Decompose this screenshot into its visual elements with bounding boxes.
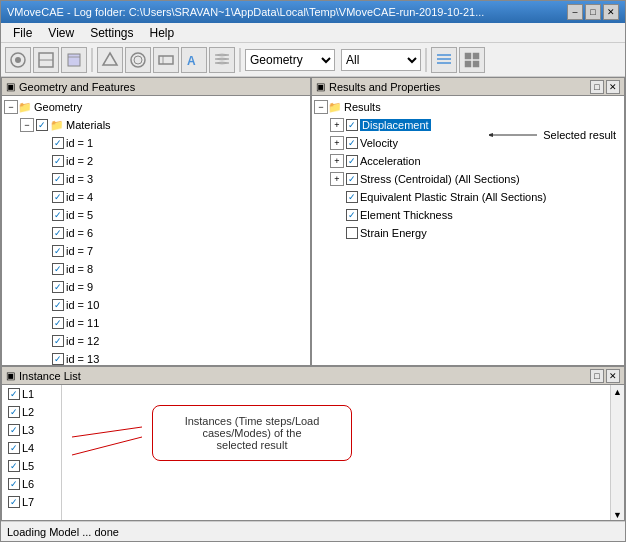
tree-expand-materials[interactable]: − — [20, 118, 34, 132]
svg-marker-6 — [103, 53, 117, 65]
toolbar-btn-2[interactable] — [33, 47, 59, 73]
right-scrollbar[interactable]: ▲ ▼ — [610, 385, 624, 520]
tree-id-8[interactable]: id = 9 — [4, 278, 308, 296]
instance-checkbox-4[interactable] — [8, 460, 20, 472]
instance-checkbox-0[interactable] — [8, 388, 20, 400]
checkbox-id-8[interactable] — [52, 281, 64, 293]
acceleration-label: Acceleration — [360, 155, 421, 167]
instance-checkbox-6[interactable] — [8, 496, 20, 508]
toolbar-btn-7[interactable]: A — [181, 47, 207, 73]
checkbox-id-3[interactable] — [52, 191, 64, 203]
right-panel-ctrl-2[interactable]: ✕ — [606, 80, 620, 94]
checkbox-id-11[interactable] — [52, 335, 64, 347]
close-button[interactable]: ✕ — [603, 4, 619, 20]
checkbox-id-2[interactable] — [52, 173, 64, 185]
bottom-panel-ctrl-2[interactable]: ✕ — [606, 369, 620, 383]
selected-result-label: Selected result — [543, 129, 616, 141]
instance-item-2[interactable]: L3 — [2, 421, 61, 439]
right-panel-ctrl-1[interactable]: □ — [590, 80, 604, 94]
instance-item-0[interactable]: L1 — [2, 385, 61, 403]
tree-acceleration[interactable]: + Acceleration — [314, 152, 622, 170]
tree-materials[interactable]: − 📁 Materials — [4, 116, 308, 134]
instance-item-3[interactable]: L4 — [2, 439, 61, 457]
toolbar-btn-lines[interactable] — [431, 47, 457, 73]
tree-id-2[interactable]: id = 3 — [4, 170, 308, 188]
instance-checkbox-1[interactable] — [8, 406, 20, 418]
tree-root-geometry[interactable]: − 📁 Geometry — [4, 98, 308, 116]
tree-id-4[interactable]: id = 5 — [4, 206, 308, 224]
tree-expand-stress[interactable]: + — [330, 172, 344, 186]
checkbox-id-10[interactable] — [52, 317, 64, 329]
tree-expand-velocity[interactable]: + — [330, 136, 344, 150]
tree-id-5[interactable]: id = 6 — [4, 224, 308, 242]
tree-expand-geometry[interactable]: − — [4, 100, 18, 114]
tree-expand-acceleration[interactable]: + — [330, 154, 344, 168]
checkbox-element-thickness[interactable] — [346, 209, 358, 221]
all-combo[interactable]: All — [341, 49, 421, 71]
instance-checkbox-3[interactable] — [8, 442, 20, 454]
tree-id-10[interactable]: id = 11 — [4, 314, 308, 332]
checkbox-strain-energy[interactable] — [346, 227, 358, 239]
instance-label-5: L6 — [22, 478, 34, 490]
checkbox-acceleration[interactable] — [346, 155, 358, 167]
tree-element-thickness[interactable]: Element Thickness — [314, 206, 622, 224]
checkbox-id-6[interactable] — [52, 245, 64, 257]
minimize-button[interactable]: – — [567, 4, 583, 20]
bottom-panel-ctrl-1[interactable]: □ — [590, 369, 604, 383]
toolbar-btn-8[interactable] — [209, 47, 235, 73]
instance-checkbox-2[interactable] — [8, 424, 20, 436]
checkbox-velocity[interactable] — [346, 137, 358, 149]
tree-expand-displacement[interactable]: + — [330, 118, 344, 132]
tree-stress[interactable]: + Stress (Centroidal) (All Sections) — [314, 170, 622, 188]
checkbox-id-5[interactable] — [52, 227, 64, 239]
toolbar-btn-6[interactable] — [153, 47, 179, 73]
menu-view[interactable]: View — [40, 24, 82, 42]
checkbox-stress[interactable] — [346, 173, 358, 185]
tree-id-9[interactable]: id = 10 — [4, 296, 308, 314]
instance-checkbox-5[interactable] — [8, 478, 20, 490]
tree-id-12[interactable]: id = 13 — [4, 350, 308, 366]
tree-id-7[interactable]: id = 8 — [4, 260, 308, 278]
tree-id-1[interactable]: id = 2 — [4, 152, 308, 170]
checkbox-id-1[interactable] — [52, 155, 64, 167]
checkbox-id-7[interactable] — [52, 263, 64, 275]
maximize-button[interactable]: □ — [585, 4, 601, 20]
tree-id-0[interactable]: id = 1 — [4, 134, 308, 152]
tree-root-results[interactable]: − 📁 Results — [314, 98, 622, 116]
tree-id-3[interactable]: id = 4 — [4, 188, 308, 206]
tree-id-11[interactable]: id = 12 — [4, 332, 308, 350]
tree-id-6[interactable]: id = 7 — [4, 242, 308, 260]
menu-settings[interactable]: Settings — [82, 24, 141, 42]
bottom-panel-collapse-icon[interactable]: ▣ — [6, 370, 15, 381]
checkbox-id-0[interactable] — [52, 137, 64, 149]
instance-item-5[interactable]: L6 — [2, 475, 61, 493]
checkbox-id-4[interactable] — [52, 209, 64, 221]
checkbox-displacement[interactable] — [346, 119, 358, 131]
instance-item-1[interactable]: L2 — [2, 403, 61, 421]
tree-strain-energy[interactable]: Strain Energy — [314, 224, 622, 242]
toolbar-btn-grid[interactable] — [459, 47, 485, 73]
left-panel-collapse-icon[interactable]: ▣ — [6, 81, 15, 92]
scroll-down-btn[interactable]: ▼ — [613, 510, 622, 520]
toolbar-btn-4[interactable] — [97, 47, 123, 73]
instance-item-6[interactable]: L7 — [2, 493, 61, 511]
geometry-select[interactable]: Geometry — [245, 49, 335, 71]
checkbox-id-12[interactable] — [52, 353, 64, 365]
toolbar-btn-5[interactable] — [125, 47, 151, 73]
geometry-combo[interactable]: Geometry — [245, 49, 335, 71]
checkbox-materials[interactable] — [36, 119, 48, 131]
toolbar-btn-1[interactable] — [5, 47, 31, 73]
right-panel-collapse-icon[interactable]: ▣ — [316, 81, 325, 92]
id-label-9: id = 10 — [66, 299, 99, 311]
menu-file[interactable]: File — [5, 24, 40, 42]
toolbar-btn-3[interactable] — [61, 47, 87, 73]
checkbox-plastic-strain[interactable] — [346, 191, 358, 203]
displacement-label[interactable]: Displacement — [360, 119, 431, 131]
tree-expand-results[interactable]: − — [314, 100, 328, 114]
tree-plastic-strain[interactable]: Equivalent Plastic Strain (All Sections) — [314, 188, 622, 206]
menu-help[interactable]: Help — [142, 24, 183, 42]
instance-item-4[interactable]: L5 — [2, 457, 61, 475]
checkbox-id-9[interactable] — [52, 299, 64, 311]
all-select[interactable]: All — [341, 49, 421, 71]
scroll-up-btn[interactable]: ▲ — [613, 387, 622, 397]
